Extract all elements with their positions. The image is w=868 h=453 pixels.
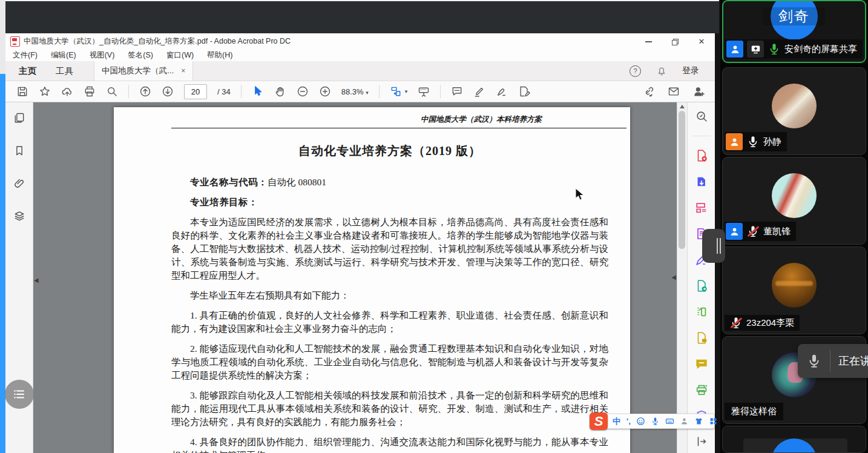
layers-icon[interactable] [13, 210, 25, 222]
right-panel-collapse-arrow[interactable]: ◀ [671, 274, 676, 280]
person-badge-icon [726, 41, 743, 58]
acrobat-window: 中国地质大学（武汉）_自动化类_自动化_培养方案.pdf - Adobe Acr… [5, 33, 715, 453]
next-page-icon[interactable] [162, 85, 174, 98]
presentation-icon[interactable] [418, 85, 430, 98]
tab-document[interactable]: 中国地质大学（武... × [94, 61, 193, 81]
scroll-up-arrow[interactable] [680, 105, 685, 108]
edit-page-icon[interactable] [518, 85, 530, 98]
scan-ocr-icon[interactable] [695, 383, 708, 397]
participant-tile-partial[interactable] [722, 426, 866, 453]
participant-tile[interactable]: 董凯锋 [722, 157, 866, 245]
menu-view[interactable]: 视图(V) [90, 50, 115, 61]
screen: 中国地质大学（武汉）_自动化类_自动化_培养方案.pdf - Adobe Acr… [0, 0, 868, 453]
participant-label: 董凯锋 [725, 222, 796, 241]
menu-edit[interactable]: 编辑(E) [51, 50, 76, 61]
link-icon[interactable] [642, 85, 654, 98]
background-strip [0, 0, 5, 74]
minimize-button[interactable] [635, 33, 662, 50]
app-body: 中国地质大学（武汉）本科培养方案 自动化专业培养方案（2019 版） 专业名称与… [5, 102, 715, 453]
person-badge-icon [726, 133, 743, 150]
page-header: 中国地质大学（武汉）本科培养方案 [171, 114, 542, 125]
bookmarks-icon[interactable] [13, 145, 25, 157]
zoom-level-dropdown[interactable]: 88.3% ▾ [341, 87, 369, 96]
menu-file[interactable]: 文件(F) [13, 50, 38, 61]
ime-punctuation[interactable]: ’, [626, 417, 631, 426]
bell-icon[interactable] [656, 65, 668, 77]
participant-name: 雅得这样俗 [731, 406, 777, 417]
create-pdf-icon[interactable] [695, 149, 708, 162]
star-icon[interactable] [39, 85, 51, 98]
combine-files-icon[interactable] [695, 331, 708, 345]
comment-icon[interactable] [451, 85, 463, 98]
page-fit-caret[interactable]: ▾ [405, 88, 408, 94]
participant-name: 23z204李栗 [746, 317, 794, 329]
vertical-scrollbar[interactable] [677, 102, 687, 453]
window-controls: ✕ [635, 33, 715, 50]
panel-drag-handle[interactable] [702, 229, 725, 263]
page-number-input[interactable] [184, 84, 207, 99]
page-total: / 34 [217, 87, 231, 96]
ime-account-icon[interactable] [680, 417, 689, 426]
menu-window[interactable]: 窗口(W) [166, 50, 194, 61]
tab-bar: 主页 工具 中国地质大学（武... × ? 登录 [5, 61, 715, 81]
comment-tool-icon[interactable] [695, 357, 708, 371]
speaking-indicator-popup: 正在讲 [798, 344, 868, 378]
participant-label: 孙静 [725, 132, 787, 151]
ime-skin-icon[interactable] [694, 417, 703, 426]
share-cloud-icon[interactable] [61, 85, 73, 98]
tab-close-icon[interactable]: × [181, 67, 185, 75]
zoom-in-icon[interactable] [319, 85, 331, 98]
avatar-photo [772, 263, 817, 308]
search-tools-icon[interactable] [695, 110, 708, 123]
speaking-text: 正在讲 [838, 354, 868, 368]
organize-pages-icon[interactable] [695, 201, 708, 214]
participant-tile-sharing[interactable]: 剑奇 安剑奇的屏幕共享 [722, 0, 866, 63]
participant-tile[interactable]: 23z204李栗 [722, 246, 866, 334]
hand-tool-icon[interactable] [274, 85, 286, 98]
print-icon[interactable] [84, 85, 96, 98]
mail-icon[interactable] [668, 85, 680, 98]
participant-name: 董凯锋 [763, 226, 791, 237]
menu-help[interactable]: 帮助(H) [207, 50, 232, 61]
tab-tools[interactable]: 工具 [46, 61, 83, 81]
close-button[interactable]: ✕ [688, 33, 715, 50]
zoom-out-icon[interactable] [297, 85, 309, 98]
page-fit-icon[interactable] [390, 85, 402, 98]
desktop-dark-band [5, 0, 719, 33]
help-icon[interactable]: ? [630, 65, 641, 77]
ability-item: 4. 具备良好的团队协作能力、组织管理能力、沟通交流表达能力和国际化视野与能力，… [171, 435, 608, 453]
scrollbar-thumb[interactable] [679, 111, 685, 249]
highlight-icon[interactable] [473, 85, 485, 98]
ime-keyboard-icon[interactable] [665, 417, 674, 426]
ime-emoji-icon[interactable] [636, 417, 645, 426]
select-tool-icon[interactable] [252, 85, 264, 98]
goal-label-line: 专业培养目标： [171, 196, 608, 209]
mic-muted-icon [746, 225, 760, 238]
ime-toolbox-icon[interactable] [709, 417, 718, 426]
send-for-comments-icon[interactable] [695, 279, 708, 293]
participant-tile[interactable]: 孙静 [722, 67, 866, 155]
document-area[interactable]: 中国地质大学（武汉）本科培养方案 自动化专业培养方案（2019 版） 专业名称与… [33, 102, 677, 453]
tab-home[interactable]: 主页 [9, 61, 46, 81]
search-icon[interactable] [106, 85, 118, 98]
restore-button[interactable] [662, 33, 688, 50]
ime-toolbar[interactable]: S 中 ’, [590, 414, 715, 429]
save-icon[interactable] [16, 85, 28, 98]
ime-mode-chinese[interactable]: 中 [613, 416, 621, 427]
list-icon [12, 387, 27, 402]
sign-in-button[interactable]: 登录 [682, 65, 699, 76]
mic-icon [806, 353, 822, 369]
left-panel-collapse-arrow[interactable]: ◀ [34, 277, 39, 283]
ime-logo[interactable]: S [590, 412, 608, 430]
export-pdf-icon[interactable] [695, 175, 708, 188]
page-thumbnails-icon[interactable] [13, 112, 25, 124]
menu-sign[interactable]: 签名(S) [128, 50, 153, 61]
ime-voice-icon[interactable] [651, 417, 660, 426]
previous-page-icon[interactable] [139, 85, 151, 98]
attachments-icon[interactable] [13, 177, 25, 190]
add-person-icon[interactable] [693, 85, 705, 98]
sign-icon[interactable] [496, 85, 508, 98]
crop-pages-icon[interactable] [695, 305, 708, 319]
open-tools-pane-icon[interactable] [695, 435, 708, 448]
annotation-list-button[interactable] [5, 380, 34, 409]
